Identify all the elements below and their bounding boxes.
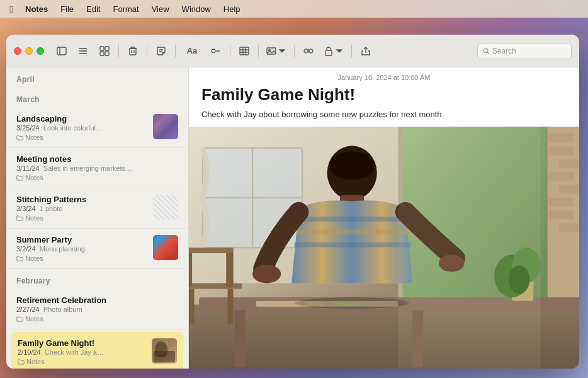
minimize-button[interactable] xyxy=(25,47,33,55)
svg-rect-59 xyxy=(189,248,234,253)
svg-point-24 xyxy=(309,49,313,53)
folder-icon-6 xyxy=(18,359,25,365)
note-meta-summer: 3/2/24 Menu planning xyxy=(16,245,147,253)
search-box[interactable] xyxy=(477,43,572,59)
thumb-summer xyxy=(153,235,178,260)
svg-rect-8 xyxy=(105,52,109,55)
menu-file[interactable]: File xyxy=(55,3,79,15)
svg-rect-27 xyxy=(325,50,332,55)
svg-rect-36 xyxy=(549,147,574,156)
section-april: April xyxy=(6,67,188,88)
separator-5 xyxy=(258,45,259,57)
checklist-button[interactable] xyxy=(207,42,225,60)
folder-icon xyxy=(16,135,23,140)
search-icon xyxy=(483,47,490,55)
app-body: April March Landscaping 3/25/24 Look int… xyxy=(6,67,579,369)
search-input[interactable] xyxy=(492,47,566,55)
note-title-landscaping: Landscaping xyxy=(16,114,147,123)
note-item-summer[interactable]: Summer Party 3/2/24 Menu planning Notes xyxy=(6,229,188,269)
menu-format[interactable]: Format xyxy=(108,3,144,15)
note-folder-meeting: Notes xyxy=(16,174,178,181)
menu-help[interactable]: Help xyxy=(218,3,246,15)
menu-edit[interactable]: Edit xyxy=(81,3,105,15)
separator-7 xyxy=(351,45,352,57)
note-title-main[interactable]: Family Game Night! xyxy=(189,81,579,107)
notes-sidebar: April March Landscaping 3/25/24 Look int… xyxy=(6,67,189,369)
note-item-landscaping[interactable]: Landscaping 3/25/24 Look into colorful… … xyxy=(6,108,188,148)
grid-view-button[interactable] xyxy=(96,42,113,60)
separator-4 xyxy=(230,45,230,57)
note-body-text[interactable]: Check with Jay about borrowing some new … xyxy=(189,107,579,127)
separator-6 xyxy=(294,45,295,57)
svg-point-23 xyxy=(304,49,308,53)
svg-rect-16 xyxy=(240,47,249,55)
section-february: February xyxy=(6,269,188,289)
thumb-family-game xyxy=(152,338,177,364)
svg-rect-35 xyxy=(549,134,574,142)
menu-notes[interactable]: Notes xyxy=(20,3,53,15)
notes-window: Aa xyxy=(6,35,579,369)
note-folder-landscaping: Notes xyxy=(16,134,147,141)
note-item-retirement[interactable]: Retirement Celebration 2/27/24 Photo alb… xyxy=(6,289,188,329)
note-item-text-meeting: Meeting notes 3/11/24 Sales in emerging … xyxy=(16,154,178,181)
note-folder-summer: Notes xyxy=(16,255,147,262)
svg-rect-0 xyxy=(57,47,66,55)
note-item-meeting[interactable]: Meeting notes 3/11/24 Sales in emerging … xyxy=(6,148,188,188)
window-controls xyxy=(14,47,44,55)
note-title-summer: Summer Party xyxy=(16,235,147,244)
note-meta-retirement: 2/27/24 Photo album xyxy=(16,306,178,313)
apple-menu[interactable]:  xyxy=(5,3,18,15)
text-format-button[interactable]: Aa xyxy=(181,42,203,60)
list-view-button[interactable] xyxy=(74,42,92,60)
delete-button[interactable] xyxy=(124,42,142,60)
note-folder-retirement: Notes xyxy=(16,315,178,323)
svg-rect-54 xyxy=(189,283,242,289)
note-title-meeting: Meeting notes xyxy=(16,154,178,164)
thumb-stitching xyxy=(153,195,178,220)
note-item-text-family: Family Game Night! 2/10/24 Check with Ja… xyxy=(18,338,145,365)
folder-icon-2 xyxy=(16,175,23,181)
note-content-area: January 10, 2024 at 10:00 AM Family Game… xyxy=(189,67,579,369)
note-title-retirement: Retirement Celebration xyxy=(16,295,178,305)
table-button[interactable] xyxy=(235,42,253,60)
folder-icon-3 xyxy=(16,215,23,221)
share-button[interactable] xyxy=(357,42,375,60)
svg-rect-5 xyxy=(100,47,104,50)
note-item-text-retirement: Retirement Celebration 2/27/24 Photo alb… xyxy=(16,295,178,323)
menu-window[interactable]: Window xyxy=(177,3,216,15)
note-meta-landscaping: 3/25/24 Look into colorful… xyxy=(16,124,147,132)
note-title-family: Family Game Night! xyxy=(18,338,145,348)
svg-rect-58 xyxy=(226,248,233,287)
menu-view[interactable]: View xyxy=(147,3,174,15)
separator-2 xyxy=(147,45,147,57)
svg-rect-6 xyxy=(105,47,109,50)
thumb-landscaping xyxy=(153,114,178,139)
link-button[interactable] xyxy=(300,42,317,60)
note-item-stitching[interactable]: Stitching Patterns 3/3/24 1 photo Notes xyxy=(6,188,188,229)
new-note-button[interactable] xyxy=(152,42,170,60)
maximize-button[interactable] xyxy=(37,47,44,55)
svg-point-28 xyxy=(483,48,488,52)
media-button[interactable] xyxy=(264,42,289,60)
svg-rect-69 xyxy=(399,127,541,369)
note-item-text-landscaping: Landscaping 3/25/24 Look into colorful… … xyxy=(16,114,147,141)
sidebar-toggle-button[interactable] xyxy=(53,42,71,60)
svg-rect-48 xyxy=(235,310,246,367)
close-button[interactable] xyxy=(14,47,21,55)
note-item-family-game[interactable]: Family Game Night! 2/10/24 Check with Ja… xyxy=(11,332,183,369)
svg-rect-41 xyxy=(549,210,574,219)
note-photo xyxy=(189,127,579,369)
lock-button[interactable] xyxy=(321,42,346,60)
svg-line-29 xyxy=(487,52,489,54)
toolbar: Aa xyxy=(6,35,579,67)
svg-rect-39 xyxy=(559,185,579,194)
svg-rect-57 xyxy=(189,248,192,287)
svg-rect-40 xyxy=(549,198,574,207)
svg-rect-37 xyxy=(559,159,579,168)
note-meta-family: 2/10/24 Check with Jay a… xyxy=(18,348,145,356)
svg-rect-9 xyxy=(130,49,136,55)
svg-point-61 xyxy=(329,152,375,180)
note-meta-meeting: 3/11/24 Sales in emerging markets… xyxy=(16,164,178,172)
note-item-text-summer: Summer Party 3/2/24 Menu planning Notes xyxy=(16,235,147,262)
note-title-stitching: Stitching Patterns xyxy=(16,195,147,204)
